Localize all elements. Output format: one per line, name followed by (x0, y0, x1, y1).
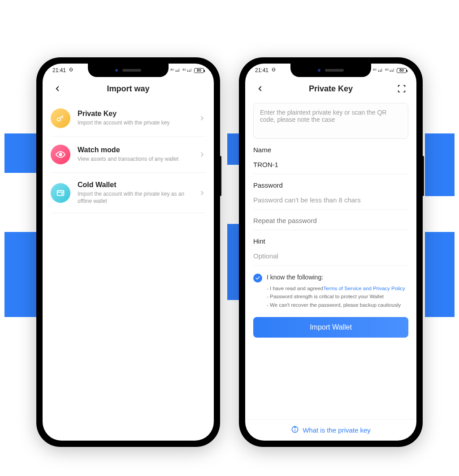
option-subtitle: Import the account with the private key … (78, 191, 191, 205)
vibrate-icon (271, 67, 276, 73)
option-title: Watch mode (78, 146, 191, 154)
acknowledge-checkbox[interactable] (253, 274, 262, 283)
footer-link-label: What is the private key (303, 426, 371, 434)
signal-icon: ⁴ᴳ ₁₁l (373, 68, 382, 73)
chevron-right-icon (199, 151, 206, 158)
option-subtitle: View assets and transactions of any wall… (78, 156, 191, 163)
svg-rect-0 (70, 68, 72, 71)
eye-icon (51, 145, 70, 164)
option-title: Private Key (78, 110, 191, 118)
svg-point-3 (59, 153, 62, 156)
ack-line-1: - I have read and agreedTerms of Service… (267, 284, 408, 292)
back-button[interactable] (253, 82, 267, 95)
svg-rect-4 (57, 190, 64, 195)
private-key-textarea[interactable]: Enter the plaintext private key or scan … (253, 103, 408, 139)
option-private-key[interactable]: Private Key Import the account with the … (51, 100, 206, 137)
phone-notch (290, 64, 371, 77)
status-time: 21:41 (255, 67, 268, 73)
key-icon (51, 108, 70, 128)
signal-icon: ⁴ᴳ ₁₁l (182, 68, 192, 73)
signal-icon: ⁴ᴳ ₁₁l (170, 68, 180, 73)
chevron-right-icon (199, 115, 206, 122)
help-icon (291, 425, 299, 435)
password-label: Password (253, 181, 408, 189)
repeat-password-input[interactable] (253, 212, 408, 230)
hint-label: Hint (253, 237, 408, 245)
page-title: Import way (107, 84, 149, 94)
svg-rect-6 (273, 68, 275, 71)
password-input[interactable] (253, 193, 408, 210)
option-watch-mode[interactable]: Watch mode View assets and transactions … (51, 137, 206, 173)
app-bar: Import way (43, 77, 214, 100)
option-subtitle: Import the account with the private key (78, 120, 191, 127)
vibrate-icon (69, 67, 74, 73)
ack-line-3: - We can't recover the password, please … (267, 301, 408, 309)
phone-notch (88, 64, 169, 77)
import-wallet-button[interactable]: Import Wallet (253, 317, 408, 338)
acknowledge-title: I know the following: (267, 274, 408, 281)
back-button[interactable] (51, 82, 64, 95)
ack-line-2: - Password strength is critical to prote… (267, 292, 408, 300)
svg-point-5 (62, 193, 63, 194)
app-bar: Private Key (245, 77, 416, 100)
name-label: Name (253, 146, 408, 154)
signal-icon: ⁴ᴳ ₁₁l (385, 68, 394, 73)
terms-link[interactable]: Terms of Service and Privacy Policy (323, 286, 405, 291)
option-title: Cold Wallet (78, 181, 191, 189)
battery-icon: 80 (397, 68, 407, 73)
hint-input[interactable] (253, 249, 408, 266)
chevron-right-icon (199, 189, 206, 197)
phone-private-key: 21:41 ⁴ᴳ ₁₁l ⁴ᴳ ₁₁l 80 (239, 57, 423, 447)
scan-button[interactable] (395, 82, 408, 95)
battery-icon: 80 (194, 68, 204, 73)
status-time: 21:41 (52, 67, 66, 73)
what-is-private-key-link[interactable]: What is the private key (245, 419, 416, 441)
wallet-icon (51, 183, 70, 203)
name-input[interactable] (253, 157, 408, 174)
option-cold-wallet[interactable]: Cold Wallet Import the account with the … (51, 173, 206, 213)
phone-import-way: 21:41 ⁴ᴳ ₁₁l ⁴ᴳ ₁₁l 80 (36, 57, 220, 447)
page-title: Private Key (309, 84, 353, 94)
